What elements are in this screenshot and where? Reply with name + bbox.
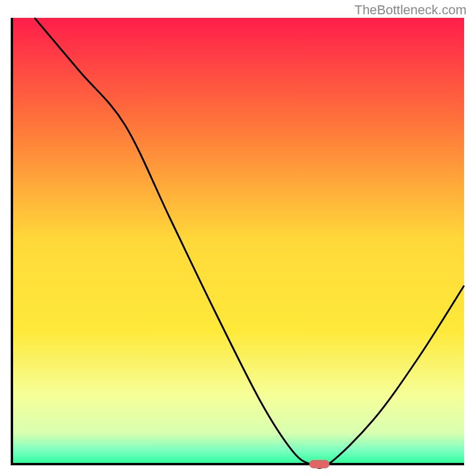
watermark-text: TheBottleneck.com [355,2,466,18]
optimal-point-marker [309,460,330,468]
chart-container: TheBottleneck.com [0,0,476,476]
chart-background [12,18,464,464]
bottleneck-chart [0,0,476,476]
